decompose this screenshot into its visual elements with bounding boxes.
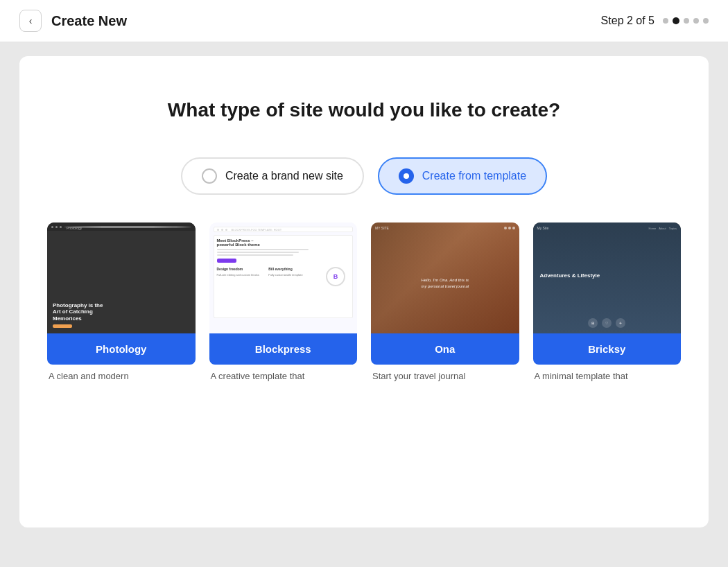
photology-description: A clean and modern: [47, 370, 196, 383]
photology-thumbnail: Photology Photography is theArt of Catch…: [47, 223, 196, 333]
header-right: Step 2 of 5: [601, 15, 709, 27]
site-type-options: Create a brand new site Create from temp…: [47, 157, 681, 195]
ona-center-text: Hello, I'm Ona. And this ismy personal t…: [371, 234, 519, 333]
bricksy-description: A minimal template that: [533, 370, 682, 383]
content-card: What type of site would you like to crea…: [19, 56, 709, 527]
blockpress-description: A creative template that: [209, 370, 358, 383]
bricksy-thumbnail: My Site Home About Topics Adventures & L…: [533, 223, 682, 333]
back-button[interactable]: ‹: [19, 10, 42, 32]
photology-name-badge: Photology: [47, 333, 196, 365]
step-dot-2: [673, 17, 679, 24]
main-content: What type of site would you like to crea…: [0, 42, 728, 541]
template-blockpress[interactable]: BLOCKPRESS-FOO TEMPLATE: ROOT Meet Block…: [209, 223, 358, 383]
photology-cta: [53, 324, 72, 328]
step-indicator: Step 2 of 5: [601, 15, 655, 27]
bricksy-icons: ⊞ ♡ ✈: [533, 318, 682, 333]
template-ona[interactable]: MY SITE Hello, I'm Ona. And this ismy pe…: [371, 223, 519, 383]
step-dot-3: [684, 18, 689, 24]
step-dots: [663, 17, 709, 24]
blockpress-name-badge: Blockpress: [209, 333, 358, 365]
main-question: What type of site would you like to crea…: [47, 98, 681, 123]
brand-new-label: Create a brand new site: [225, 170, 343, 182]
header: ‹ Create New Step 2 of 5: [0, 0, 728, 42]
back-icon: ‹: [29, 15, 33, 26]
brand-new-option[interactable]: Create a brand new site: [181, 157, 364, 195]
step-dot-1: [663, 18, 668, 24]
blockpress-header: BLOCKPRESS-FOO TEMPLATE: ROOT: [214, 227, 354, 232]
from-template-radio: [399, 168, 414, 184]
bricksy-name-badge: Bricksy: [533, 333, 682, 365]
header-left: ‹ Create New: [19, 10, 127, 32]
ona-description: Start your travel journal: [371, 370, 519, 383]
template-photology[interactable]: Photology Photography is theArt of Catch…: [47, 223, 196, 383]
templates-grid: Photology Photography is theArt of Catch…: [47, 223, 681, 383]
bricksy-nav: My Site Home About Topics: [533, 223, 682, 234]
from-template-option[interactable]: Create from template: [378, 157, 547, 195]
bricksy-content: Adventures & Lifestyle: [533, 234, 682, 318]
page-title: Create New: [51, 13, 127, 29]
step-dot-5: [703, 18, 709, 24]
brand-new-radio: [202, 168, 217, 184]
from-template-label: Create from template: [422, 170, 526, 182]
bricksy-overlay: My Site Home About Topics Adventures & L…: [533, 223, 682, 333]
ona-name-badge: Ona: [371, 333, 519, 365]
blockpress-graphic: B: [322, 238, 349, 315]
ona-thumbnail: MY SITE Hello, I'm Ona. And this ismy pe…: [371, 223, 519, 333]
photology-text-block: Photography is theArt of CatchingMemoric…: [53, 302, 103, 329]
blockpress-thumbnail: BLOCKPRESS-FOO TEMPLATE: ROOT Meet Block…: [209, 223, 358, 333]
photology-content: Photography is theArt of CatchingMemoric…: [47, 231, 196, 333]
ona-overlay: MY SITE Hello, I'm Ona. And this ismy pe…: [371, 223, 519, 333]
ona-nav: MY SITE: [371, 223, 519, 234]
blockpress-text: Meet BlockPress –powerful Block theme De…: [217, 238, 320, 315]
photology-nav: Photology: [47, 223, 196, 231]
template-bricksy[interactable]: My Site Home About Topics Adventures & L…: [533, 223, 682, 383]
step-dot-4: [693, 18, 699, 24]
blockpress-body: Meet BlockPress –powerful Block theme De…: [214, 235, 354, 318]
